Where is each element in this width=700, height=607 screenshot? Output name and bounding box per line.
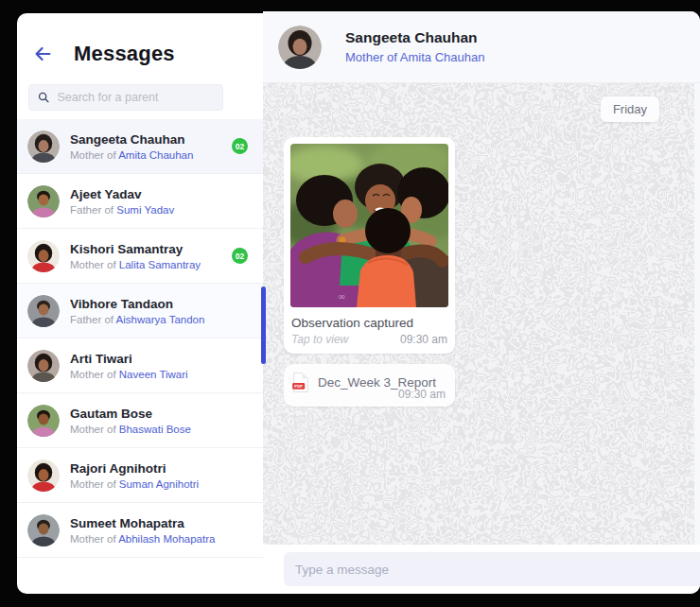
avatar <box>27 460 60 492</box>
arrow-left-icon <box>31 43 54 65</box>
sidebar-header: Messages <box>17 13 263 66</box>
conversation-item-kishori[interactable]: Kishori Samantray Mother of Lalita Saman… <box>17 229 263 284</box>
back-button[interactable] <box>30 42 55 66</box>
chat-avatar <box>278 26 322 69</box>
message-caption: Observation captured <box>291 316 447 330</box>
child-link[interactable]: Sumi Yadav <box>116 204 174 216</box>
avatar <box>27 130 60 163</box>
search-box[interactable] <box>28 84 223 111</box>
message-timestamp: 09:30 am <box>398 388 446 401</box>
chat-header: Sangeeta Chauhan Mother of Amita Chauhan <box>263 11 700 83</box>
chat-panel: Sangeeta Chauhan Mother of Amita Chauhan… <box>263 11 700 594</box>
conversation-list: Sangeeta Chauhan Mother of Amita Chauhan… <box>17 119 263 558</box>
conversation-item-vibhore[interactable]: Vibhore Tandaon Father of Aishwarya Tand… <box>17 284 263 338</box>
unread-badge: 02 <box>232 248 248 264</box>
chat-message-area[interactable]: Friday <box>263 83 700 545</box>
pdf-file-icon: PDF <box>292 373 308 392</box>
list-scrollbar-thumb[interactable] <box>261 286 266 364</box>
conversation-item-arti[interactable]: Arti Tiwari Mother of Naveen Tiwari <box>17 338 263 393</box>
avatar <box>27 350 60 382</box>
message-composer <box>263 545 700 594</box>
chat-scroll-track[interactable] <box>694 83 700 545</box>
child-link[interactable]: Naveen Tiwari <box>119 369 188 380</box>
svg-text:PDF: PDF <box>294 384 303 389</box>
child-link[interactable]: Aishwarya Tandon <box>116 314 205 325</box>
unread-badge: 02 <box>232 138 248 154</box>
child-link[interactable]: Abhilash Mohapatra <box>118 533 215 545</box>
child-link[interactable]: Suman Agnihotri <box>119 478 199 490</box>
avatar <box>27 514 60 546</box>
avatar <box>27 185 60 217</box>
app-window: Messages Sangeeta Chauhan Mother of Amit… <box>0 0 700 607</box>
search-input[interactable] <box>57 91 214 104</box>
avatar <box>27 405 60 437</box>
message-file-card[interactable]: PDF Dec_Week 3_Report 09:30 am <box>284 364 455 407</box>
avatar <box>27 240 60 272</box>
observation-photo[interactable]: ∞ <box>290 144 448 307</box>
conversation-item-ajeet[interactable]: Ajeet Yadav Father of Sumi Yadav <box>17 174 263 229</box>
page-title: Messages <box>74 42 175 66</box>
child-link[interactable]: Bhaswati Bose <box>119 424 191 435</box>
conversation-item-rajori[interactable]: Rajori Agnihotri Mother of Suman Agnihot… <box>17 448 263 503</box>
child-link[interactable]: Lalita Samantray <box>119 259 201 270</box>
conversation-item-sangeeta[interactable]: Sangeeta Chauhan Mother of Amita Chauhan… <box>17 119 263 174</box>
tap-to-view-hint: Tap to view <box>291 333 348 346</box>
chat-contact-subtitle: Mother of Amita Chauhan <box>345 50 484 64</box>
chat-contact-name: Sangeeta Chauhan <box>345 29 484 46</box>
message-input[interactable] <box>284 552 700 586</box>
avatar <box>27 295 60 327</box>
date-separator: Friday <box>601 96 659 122</box>
svg-text:∞: ∞ <box>338 291 345 302</box>
message-image-card[interactable]: ∞ Observation captured Tap to view 09:30… <box>284 137 455 354</box>
conversation-item-gautam[interactable]: Gautam Bose Mother of Bhaswati Bose <box>17 393 263 448</box>
message-timestamp: 09:30 am <box>400 333 447 346</box>
search-icon <box>38 91 49 104</box>
messages-sidebar: Messages Sangeeta Chauhan Mother of Amit… <box>17 13 263 594</box>
conversation-item-sumeet[interactable]: Sumeet Mohapatra Mother of Abhilash Moha… <box>17 503 263 558</box>
child-link[interactable]: Amita Chauhan <box>118 149 193 161</box>
